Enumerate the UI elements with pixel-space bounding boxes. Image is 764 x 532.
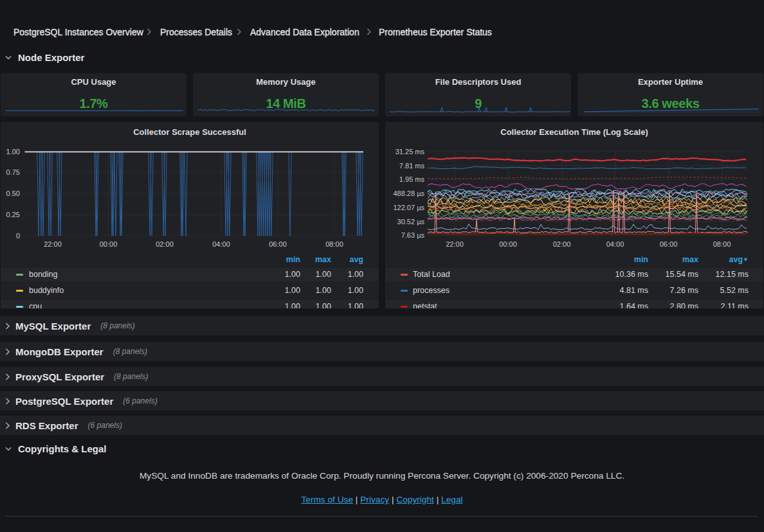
svg-text:08:00: 08:00	[713, 240, 731, 248]
svg-text:0.50: 0.50	[6, 190, 20, 197]
svg-text:1.00: 1.00	[6, 148, 20, 155]
svg-text:04:00: 04:00	[606, 240, 624, 248]
svg-text:7.63 µs: 7.63 µs	[401, 231, 425, 239]
svg-text:30.52 µs: 30.52 µs	[397, 218, 425, 226]
svg-text:00:00: 00:00	[100, 240, 118, 248]
svg-text:06:00: 06:00	[660, 240, 678, 248]
svg-text:02:00: 02:00	[156, 240, 174, 248]
svg-text:0.25: 0.25	[6, 211, 20, 218]
svg-text:22:00: 22:00	[446, 240, 464, 248]
svg-text:7.81 ms: 7.81 ms	[399, 162, 425, 170]
svg-text:31.25 ms: 31.25 ms	[396, 148, 425, 155]
svg-text:1.95 ms: 1.95 ms	[399, 175, 425, 183]
svg-text:22:00: 22:00	[44, 240, 62, 248]
svg-text:122.07 µs: 122.07 µs	[393, 204, 424, 211]
svg-text:02:00: 02:00	[553, 240, 571, 248]
svg-text:04:00: 04:00	[212, 240, 230, 248]
svg-text:08:00: 08:00	[325, 240, 343, 248]
svg-text:0.75: 0.75	[6, 168, 20, 176]
svg-text:488.28 µs: 488.28 µs	[393, 190, 424, 197]
svg-text:06:00: 06:00	[269, 240, 287, 248]
svg-text:00:00: 00:00	[499, 240, 517, 248]
svg-text:0: 0	[16, 232, 20, 240]
